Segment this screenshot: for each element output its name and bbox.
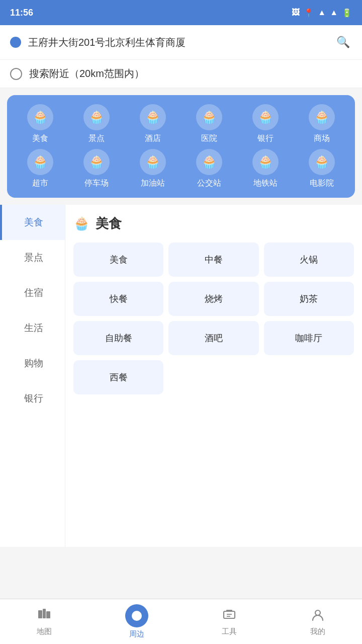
category-food[interactable]: 🧁 美食 — [18, 104, 63, 144]
hospital-label: 医院 — [201, 133, 217, 144]
location-text[interactable]: 王府井大街201号北京利生体育商厦 — [28, 36, 327, 49]
sidebar-item-shopping[interactable]: 购物 — [0, 346, 65, 381]
nav-map-label: 地图 — [37, 627, 52, 636]
supermarket-label: 超市 — [32, 178, 48, 189]
sub-chinese[interactable]: 中餐 — [168, 243, 258, 277]
location-dot-icon — [10, 37, 21, 48]
right-panel: 🧁 美食 美食 中餐 火锅 快餐 烧烤 奶茶 自助餐 酒吧 咖啡厅 西餐 — [65, 205, 362, 547]
nav-mine[interactable]: 我的 — [300, 603, 335, 640]
sidebar-item-bank[interactable]: 银行 — [0, 381, 65, 416]
scenery-icon: 🧁 — [83, 104, 110, 130]
category-gas[interactable]: 🧁 加油站 — [130, 149, 175, 189]
category-row-2: 🧁 超市 🧁 停车场 🧁 加油站 🧁 公交站 🧁 地铁站 🧁 电影院 — [12, 149, 350, 189]
sidebar-item-life[interactable]: 生活 — [0, 310, 65, 346]
gas-icon: 🧁 — [140, 149, 166, 175]
scenery-label: 景点 — [88, 133, 105, 144]
category-scenery[interactable]: 🧁 景点 — [74, 104, 119, 144]
sub-food[interactable]: 美食 — [73, 243, 163, 277]
wifi-icon: ▲ — [318, 8, 326, 17]
category-metro[interactable]: 🧁 地铁站 — [243, 149, 288, 189]
hospital-icon: 🧁 — [196, 104, 222, 130]
svg-point-7 — [315, 610, 320, 615]
gas-label: 加油站 — [141, 178, 165, 189]
category-hospital[interactable]: 🧁 医院 — [187, 104, 232, 144]
parking-icon: 🧁 — [83, 149, 110, 175]
signal-icon: ▲ — [330, 8, 338, 17]
cinema-icon: 🧁 — [309, 149, 335, 175]
status-icons: 🖼 📍 ▲ ▲ 🔋 — [292, 8, 352, 18]
battery-icon: 🔋 — [342, 8, 352, 18]
mall-label: 商场 — [314, 133, 330, 144]
nearby-dot-inner — [132, 611, 142, 621]
sub-fastfood[interactable]: 快餐 — [73, 282, 163, 316]
status-bar: 11:56 🖼 📍 ▲ ▲ 🔋 — [0, 0, 362, 25]
svg-rect-0 — [38, 610, 42, 618]
left-sidebar: 美食 景点 住宿 生活 购物 银行 — [0, 205, 65, 547]
svg-rect-4 — [226, 610, 232, 611]
search-bar: 王府井大街201号北京利生体育商厦 🔍 — [0, 25, 362, 60]
category-parking[interactable]: 🧁 停车场 — [74, 149, 119, 189]
cinema-label: 电影院 — [310, 178, 334, 189]
category-cinema[interactable]: 🧁 电影院 — [299, 149, 344, 189]
bus-label: 公交站 — [197, 178, 221, 189]
panel-title: 美食 — [96, 215, 122, 232]
metro-label: 地铁站 — [253, 178, 278, 189]
nav-nearby-label: 周边 — [129, 629, 144, 639]
food-icon: 🧁 — [27, 104, 53, 130]
bank-label: 银行 — [257, 133, 274, 144]
panel-header: 🧁 美食 — [73, 215, 354, 232]
category-supermarket[interactable]: 🧁 超市 — [18, 149, 63, 189]
tools-icon — [222, 607, 236, 625]
map-icon — [37, 607, 51, 625]
category-hotel[interactable]: 🧁 酒店 — [130, 104, 175, 144]
svg-rect-1 — [43, 609, 46, 618]
nearby-dot — [125, 604, 148, 627]
nearby-label: 搜索附近（20km范围内） — [29, 67, 144, 80]
nearby-radio[interactable] — [10, 68, 22, 80]
sub-milktea[interactable]: 奶茶 — [264, 282, 354, 316]
food-label: 美食 — [32, 133, 48, 144]
category-grid: 🧁 美食 🧁 景点 🧁 酒店 🧁 医院 🧁 银行 🧁 商场 🧁 超市 — [7, 95, 355, 198]
sidebar-item-stay[interactable]: 住宿 — [0, 275, 65, 310]
panel-food-icon: 🧁 — [73, 216, 89, 231]
category-mall[interactable]: 🧁 商场 — [299, 104, 344, 144]
photo-icon: 🖼 — [292, 8, 300, 17]
category-bus[interactable]: 🧁 公交站 — [187, 149, 232, 189]
bus-icon: 🧁 — [196, 149, 222, 175]
sub-buffet[interactable]: 自助餐 — [73, 321, 163, 355]
svg-rect-2 — [46, 611, 50, 618]
nav-mine-label: 我的 — [310, 627, 325, 636]
main-content: 美食 景点 住宿 生活 购物 银行 🧁 美食 美食 中餐 火锅 快餐 烧烤 奶茶… — [0, 205, 362, 547]
nav-tools-label: 工具 — [222, 627, 237, 636]
svg-rect-3 — [224, 611, 235, 618]
mall-icon: 🧁 — [309, 104, 335, 130]
status-time: 11:56 — [10, 8, 33, 18]
search-button[interactable]: 🔍 — [334, 33, 352, 51]
sidebar-item-scenery[interactable]: 景点 — [0, 240, 65, 275]
nav-tools[interactable]: 工具 — [212, 603, 247, 640]
sub-bar[interactable]: 酒吧 — [168, 321, 258, 355]
sub-western[interactable]: 西餐 — [73, 360, 163, 394]
nav-nearby[interactable]: 周边 — [115, 600, 158, 643]
supermarket-icon: 🧁 — [27, 149, 53, 175]
bottom-nav: 地图 周边 工具 我的 — [0, 599, 362, 644]
sub-bbq[interactable]: 烧烤 — [168, 282, 258, 316]
hotel-icon: 🧁 — [140, 104, 166, 130]
location-icon: 📍 — [304, 8, 314, 18]
bank-icon: 🧁 — [252, 104, 279, 130]
mine-icon — [311, 607, 325, 625]
category-bank[interactable]: 🧁 银行 — [243, 104, 288, 144]
sub-hotpot[interactable]: 火锅 — [264, 243, 354, 277]
parking-label: 停车场 — [84, 178, 109, 189]
sub-cafe[interactable]: 咖啡厅 — [264, 321, 354, 355]
metro-icon: 🧁 — [252, 149, 279, 175]
category-row-1: 🧁 美食 🧁 景点 🧁 酒店 🧁 医院 🧁 银行 🧁 商场 — [12, 104, 350, 144]
subcategory-grid: 美食 中餐 火锅 快餐 烧烤 奶茶 自助餐 酒吧 咖啡厅 西餐 — [73, 243, 354, 394]
nearby-toggle-row[interactable]: 搜索附近（20km范围内） — [0, 60, 362, 88]
hotel-label: 酒店 — [145, 133, 161, 144]
nav-map[interactable]: 地图 — [27, 603, 62, 640]
sidebar-item-food[interactable]: 美食 — [0, 205, 65, 240]
